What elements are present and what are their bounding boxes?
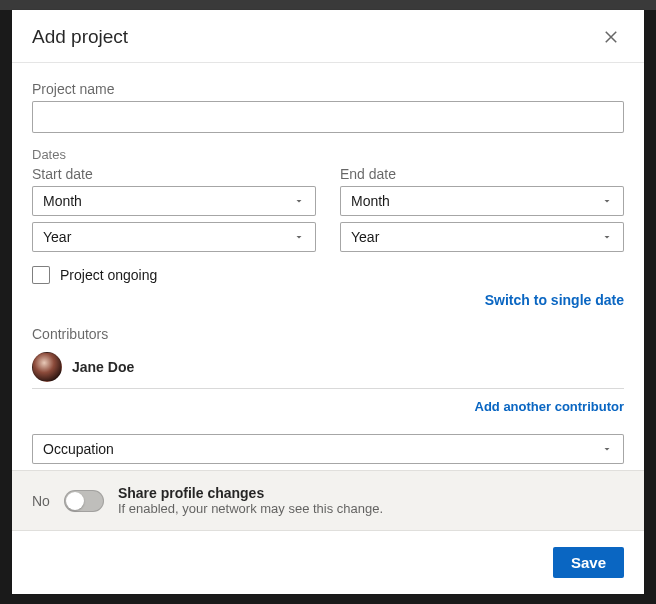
chevron-down-icon xyxy=(601,443,613,455)
dates-section-label: Dates xyxy=(32,147,624,162)
dates-row: Start date Month Year End date Month Yea… xyxy=(32,166,624,258)
project-ongoing-row: Project ongoing xyxy=(32,266,624,284)
add-project-modal: Add project Project name Dates Start dat… xyxy=(12,10,644,594)
share-subtitle: If enabled, your network may see this ch… xyxy=(118,501,624,516)
share-toggle[interactable] xyxy=(64,490,104,512)
project-name-group: Project name xyxy=(32,81,624,133)
start-date-label: Start date xyxy=(32,166,316,182)
chevron-down-icon xyxy=(601,231,613,243)
end-date-col: End date Month Year xyxy=(340,166,624,258)
project-ongoing-checkbox[interactable] xyxy=(32,266,50,284)
start-year-value: Year xyxy=(43,229,71,245)
close-button[interactable] xyxy=(598,24,624,50)
start-month-select[interactable]: Month xyxy=(32,186,316,216)
switch-single-date-link[interactable]: Switch to single date xyxy=(32,292,624,308)
occupation-group: Occupation xyxy=(32,434,624,464)
start-date-col: Start date Month Year xyxy=(32,166,316,258)
occupation-value: Occupation xyxy=(43,441,114,457)
start-month-value: Month xyxy=(43,193,82,209)
modal-footer: Save xyxy=(12,531,644,594)
close-icon xyxy=(602,28,620,46)
contributors-label: Contributors xyxy=(32,326,624,342)
modal-title: Add project xyxy=(32,26,128,48)
start-year-select[interactable]: Year xyxy=(32,222,316,252)
chevron-down-icon xyxy=(293,231,305,243)
project-ongoing-label: Project ongoing xyxy=(60,267,157,283)
add-contributor-link[interactable]: Add another contributor xyxy=(32,399,624,414)
end-year-select[interactable]: Year xyxy=(340,222,624,252)
project-name-input[interactable] xyxy=(32,101,624,133)
save-button[interactable]: Save xyxy=(553,547,624,578)
project-name-label: Project name xyxy=(32,81,624,97)
share-title: Share profile changes xyxy=(118,485,624,501)
avatar xyxy=(32,352,62,382)
modal-header: Add project xyxy=(12,10,644,63)
end-month-value: Month xyxy=(351,193,390,209)
chevron-down-icon xyxy=(601,195,613,207)
end-date-label: End date xyxy=(340,166,624,182)
modal-body: Project name Dates Start date Month Year… xyxy=(12,63,644,470)
share-text: Share profile changes If enabled, your n… xyxy=(118,485,624,516)
chevron-down-icon xyxy=(293,195,305,207)
share-toggle-state: No xyxy=(32,493,50,509)
end-month-select[interactable]: Month xyxy=(340,186,624,216)
contributor-name: Jane Doe xyxy=(72,359,134,375)
end-year-value: Year xyxy=(351,229,379,245)
occupation-select[interactable]: Occupation xyxy=(32,434,624,464)
share-profile-bar: No Share profile changes If enabled, you… xyxy=(12,470,644,531)
contributor-row: Jane Doe xyxy=(32,346,624,389)
